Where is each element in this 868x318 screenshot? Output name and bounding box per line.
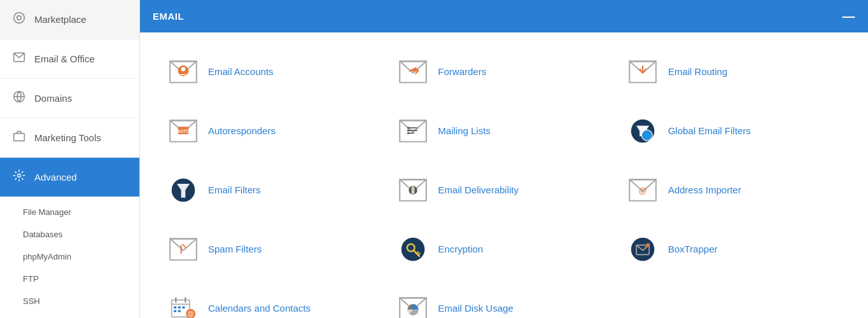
advanced-icon: [13, 169, 25, 185]
sidebar-sub-databases[interactable]: Databases: [13, 223, 139, 245]
email-section-collapse[interactable]: —: [843, 9, 856, 24]
grid-item-calendars-contacts[interactable]: @ Calendars and Contacts: [159, 282, 389, 318]
svg-text:🌐: 🌐: [643, 132, 651, 139]
svg-point-29: [407, 132, 409, 134]
email-filters-icon: [165, 172, 200, 207]
calendars-contacts-label: Calendars and Contacts: [208, 303, 311, 314]
svg-rect-61: [174, 310, 176, 312]
email-section-title: EMAIL: [153, 11, 184, 22]
sidebar-item-marketing[interactable]: Marketing Tools: [0, 118, 139, 158]
calendars-contacts-icon: @: [165, 291, 200, 318]
svg-point-0: [14, 13, 25, 24]
email-items-grid: Email Accounts Forwarders: [159, 45, 849, 318]
sidebar-sub-ssh[interactable]: SSH: [13, 290, 139, 312]
email-office-icon: [13, 51, 25, 67]
email-routing-label: Email Routing: [668, 66, 727, 77]
grid-item-email-deliverability[interactable]: Email Deliverability: [389, 163, 619, 216]
main-content: EMAIL — Email Accounts: [140, 0, 868, 318]
email-disk-usage-icon: [395, 291, 430, 318]
grid-item-global-email-filters[interactable]: 🌐 Global Email Filters: [619, 104, 849, 157]
boxtrapper-icon: [626, 232, 661, 266]
svg-point-10: [181, 67, 185, 71]
grid-item-forwarders[interactable]: Forwarders: [389, 45, 619, 98]
svg-rect-59: [178, 306, 180, 308]
grid-item-address-importer[interactable]: @ Address Importer: [619, 163, 849, 216]
svg-point-1: [17, 16, 22, 20]
address-importer-icon: @: [626, 172, 661, 207]
email-section-header: EMAIL —: [140, 0, 868, 32]
autoresponders-label: Autoresponders: [208, 125, 276, 136]
sidebar-item-label: Email & Office: [34, 53, 95, 64]
svg-rect-60: [182, 306, 185, 308]
email-filters-label: Email Filters: [208, 184, 261, 195]
sidebar-item-domains[interactable]: Domains: [0, 79, 139, 118]
svg-point-27: [407, 127, 409, 128]
grid-item-email-disk-usage[interactable]: Email Disk Usage: [389, 282, 619, 318]
grid-item-email-accounts[interactable]: Email Accounts: [159, 45, 389, 98]
svg-rect-62: [178, 310, 180, 312]
grid-item-spam-filters[interactable]: Spam Filters: [159, 223, 389, 275]
spam-filters-label: Spam Filters: [208, 244, 262, 254]
sidebar-item-label: Marketplace: [34, 14, 87, 25]
sidebar-item-marketplace[interactable]: Marketplace: [0, 0, 139, 39]
sidebar-item-advanced[interactable]: Advanced: [0, 158, 139, 197]
address-importer-label: Address Importer: [668, 184, 741, 195]
sidebar-item-email-office[interactable]: Email & Office: [0, 39, 139, 79]
mailing-lists-label: Mailing Lists: [438, 125, 491, 136]
sidebar-item-label: Marketing Tools: [34, 132, 101, 143]
boxtrapper-label: BoxTrapper: [668, 244, 718, 254]
grid-item-encryption[interactable]: Encryption: [389, 223, 619, 275]
email-disk-usage-label: Email Disk Usage: [438, 303, 513, 314]
svg-rect-5: [14, 134, 25, 141]
svg-rect-58: [174, 306, 176, 308]
sidebar-item-label: Domains: [34, 93, 72, 104]
grid-item-mailing-lists[interactable]: Mailing Lists: [389, 104, 619, 157]
sidebar-sub-file-manager[interactable]: File Manager: [13, 201, 139, 223]
email-routing-icon: [626, 54, 661, 89]
mailing-lists-icon: [395, 113, 430, 148]
domains-icon: [13, 90, 25, 106]
forwarders-label: Forwarders: [438, 66, 486, 77]
svg-point-28: [407, 129, 409, 131]
svg-text:@: @: [639, 186, 647, 195]
svg-point-6: [18, 174, 21, 177]
svg-line-46: [182, 244, 186, 248]
autoresponders-icon: AUTO: [165, 113, 200, 148]
sidebar-item-label: Advanced: [34, 172, 77, 183]
global-email-filters-icon: 🌐: [626, 113, 661, 148]
email-accounts-icon: [165, 54, 200, 89]
forwarders-icon: [395, 54, 430, 89]
svg-text:AUTO: AUTO: [177, 128, 189, 133]
spam-filters-icon: [165, 232, 200, 266]
email-section: EMAIL — Email Accounts: [140, 0, 868, 318]
encryption-label: Encryption: [438, 244, 483, 254]
grid-item-email-filters[interactable]: Email Filters: [159, 163, 389, 216]
sidebar: Marketplace Email & Office Domains Marke…: [0, 0, 140, 318]
grid-item-autoresponders[interactable]: AUTO Autoresponders: [159, 104, 389, 157]
svg-point-52: [631, 237, 655, 261]
email-accounts-label: Email Accounts: [208, 66, 274, 77]
sidebar-sub-ftp[interactable]: FTP: [13, 268, 139, 290]
grid-item-email-routing[interactable]: Email Routing: [619, 45, 849, 98]
marketplace-icon: [13, 11, 25, 27]
svg-point-47: [401, 237, 424, 261]
sidebar-sub-phpmyadmin[interactable]: phpMyAdmin: [13, 245, 139, 268]
email-deliverability-icon: [395, 172, 430, 207]
encryption-icon: [395, 232, 430, 266]
global-email-filters-label: Global Email Filters: [668, 125, 751, 136]
email-deliverability-label: Email Deliverability: [438, 184, 519, 195]
svg-text:@: @: [187, 310, 193, 317]
sidebar-sub-items: File Manager Databases phpMyAdmin FTP SS…: [0, 197, 139, 316]
grid-item-boxtrapper[interactable]: BoxTrapper: [619, 223, 849, 275]
email-section-body: Email Accounts Forwarders: [140, 32, 868, 318]
marketing-icon: [13, 130, 25, 146]
